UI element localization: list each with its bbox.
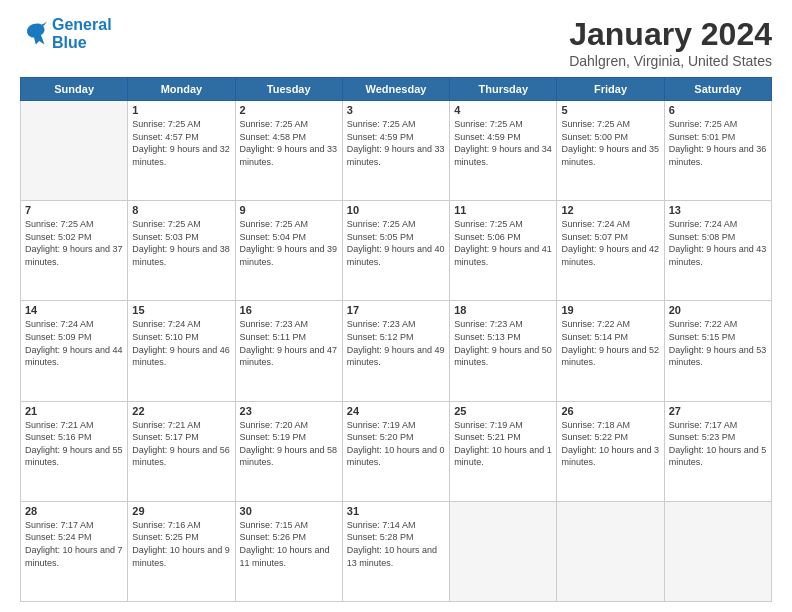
logo-text: General Blue <box>52 16 112 51</box>
day-info: Sunrise: 7:24 AMSunset: 5:10 PMDaylight:… <box>132 318 230 368</box>
calendar-cell: 22Sunrise: 7:21 AMSunset: 5:17 PMDayligh… <box>128 401 235 501</box>
day-number: 19 <box>561 304 659 316</box>
calendar-table: SundayMondayTuesdayWednesdayThursdayFrid… <box>20 77 772 602</box>
day-info: Sunrise: 7:18 AMSunset: 5:22 PMDaylight:… <box>561 419 659 469</box>
day-number: 9 <box>240 204 338 216</box>
day-number: 29 <box>132 505 230 517</box>
day-number: 16 <box>240 304 338 316</box>
day-number: 26 <box>561 405 659 417</box>
calendar-cell: 18Sunrise: 7:23 AMSunset: 5:13 PMDayligh… <box>450 301 557 401</box>
main-title: January 2024 <box>569 16 772 53</box>
day-info: Sunrise: 7:17 AMSunset: 5:24 PMDaylight:… <box>25 519 123 569</box>
calendar-cell: 26Sunrise: 7:18 AMSunset: 5:22 PMDayligh… <box>557 401 664 501</box>
day-number: 22 <box>132 405 230 417</box>
calendar-cell: 17Sunrise: 7:23 AMSunset: 5:12 PMDayligh… <box>342 301 449 401</box>
day-number: 30 <box>240 505 338 517</box>
subtitle: Dahlgren, Virginia, United States <box>569 53 772 69</box>
day-number: 2 <box>240 104 338 116</box>
day-header-saturday: Saturday <box>664 78 771 101</box>
day-number: 23 <box>240 405 338 417</box>
day-number: 3 <box>347 104 445 116</box>
calendar-cell: 23Sunrise: 7:20 AMSunset: 5:19 PMDayligh… <box>235 401 342 501</box>
day-number: 18 <box>454 304 552 316</box>
day-info: Sunrise: 7:23 AMSunset: 5:12 PMDaylight:… <box>347 318 445 368</box>
calendar-cell: 10Sunrise: 7:25 AMSunset: 5:05 PMDayligh… <box>342 201 449 301</box>
day-number: 13 <box>669 204 767 216</box>
calendar-week-4: 21Sunrise: 7:21 AMSunset: 5:16 PMDayligh… <box>21 401 772 501</box>
day-number: 17 <box>347 304 445 316</box>
calendar-cell: 29Sunrise: 7:16 AMSunset: 5:25 PMDayligh… <box>128 501 235 601</box>
calendar-week-2: 7Sunrise: 7:25 AMSunset: 5:02 PMDaylight… <box>21 201 772 301</box>
calendar-cell: 8Sunrise: 7:25 AMSunset: 5:03 PMDaylight… <box>128 201 235 301</box>
day-header-wednesday: Wednesday <box>342 78 449 101</box>
day-info: Sunrise: 7:25 AMSunset: 4:59 PMDaylight:… <box>347 118 445 168</box>
day-info: Sunrise: 7:23 AMSunset: 5:13 PMDaylight:… <box>454 318 552 368</box>
day-number: 6 <box>669 104 767 116</box>
day-header-thursday: Thursday <box>450 78 557 101</box>
day-info: Sunrise: 7:25 AMSunset: 4:57 PMDaylight:… <box>132 118 230 168</box>
calendar-cell: 16Sunrise: 7:23 AMSunset: 5:11 PMDayligh… <box>235 301 342 401</box>
day-info: Sunrise: 7:16 AMSunset: 5:25 PMDaylight:… <box>132 519 230 569</box>
day-number: 12 <box>561 204 659 216</box>
day-info: Sunrise: 7:25 AMSunset: 5:04 PMDaylight:… <box>240 218 338 268</box>
page: General Blue January 2024 Dahlgren, Virg… <box>0 0 792 612</box>
day-info: Sunrise: 7:24 AMSunset: 5:09 PMDaylight:… <box>25 318 123 368</box>
day-info: Sunrise: 7:22 AMSunset: 5:15 PMDaylight:… <box>669 318 767 368</box>
calendar-cell: 9Sunrise: 7:25 AMSunset: 5:04 PMDaylight… <box>235 201 342 301</box>
calendar-cell: 31Sunrise: 7:14 AMSunset: 5:28 PMDayligh… <box>342 501 449 601</box>
day-info: Sunrise: 7:25 AMSunset: 5:05 PMDaylight:… <box>347 218 445 268</box>
day-number: 10 <box>347 204 445 216</box>
calendar-cell: 24Sunrise: 7:19 AMSunset: 5:20 PMDayligh… <box>342 401 449 501</box>
day-number: 15 <box>132 304 230 316</box>
calendar-cell: 20Sunrise: 7:22 AMSunset: 5:15 PMDayligh… <box>664 301 771 401</box>
calendar-cell: 5Sunrise: 7:25 AMSunset: 5:00 PMDaylight… <box>557 101 664 201</box>
day-header-tuesday: Tuesday <box>235 78 342 101</box>
calendar-cell <box>557 501 664 601</box>
calendar-cell: 15Sunrise: 7:24 AMSunset: 5:10 PMDayligh… <box>128 301 235 401</box>
day-number: 21 <box>25 405 123 417</box>
calendar-cell: 6Sunrise: 7:25 AMSunset: 5:01 PMDaylight… <box>664 101 771 201</box>
calendar-cell: 7Sunrise: 7:25 AMSunset: 5:02 PMDaylight… <box>21 201 128 301</box>
calendar-cell: 4Sunrise: 7:25 AMSunset: 4:59 PMDaylight… <box>450 101 557 201</box>
calendar-cell: 25Sunrise: 7:19 AMSunset: 5:21 PMDayligh… <box>450 401 557 501</box>
day-info: Sunrise: 7:15 AMSunset: 5:26 PMDaylight:… <box>240 519 338 569</box>
day-number: 25 <box>454 405 552 417</box>
day-number: 7 <box>25 204 123 216</box>
day-info: Sunrise: 7:25 AMSunset: 5:02 PMDaylight:… <box>25 218 123 268</box>
day-header-friday: Friday <box>557 78 664 101</box>
day-info: Sunrise: 7:21 AMSunset: 5:17 PMDaylight:… <box>132 419 230 469</box>
day-info: Sunrise: 7:25 AMSunset: 5:00 PMDaylight:… <box>561 118 659 168</box>
day-info: Sunrise: 7:19 AMSunset: 5:21 PMDaylight:… <box>454 419 552 469</box>
day-header-sunday: Sunday <box>21 78 128 101</box>
day-info: Sunrise: 7:23 AMSunset: 5:11 PMDaylight:… <box>240 318 338 368</box>
day-header-monday: Monday <box>128 78 235 101</box>
calendar-cell: 21Sunrise: 7:21 AMSunset: 5:16 PMDayligh… <box>21 401 128 501</box>
calendar-week-3: 14Sunrise: 7:24 AMSunset: 5:09 PMDayligh… <box>21 301 772 401</box>
day-info: Sunrise: 7:17 AMSunset: 5:23 PMDaylight:… <box>669 419 767 469</box>
day-number: 28 <box>25 505 123 517</box>
day-number: 11 <box>454 204 552 216</box>
day-number: 14 <box>25 304 123 316</box>
calendar-cell <box>21 101 128 201</box>
calendar-cell <box>664 501 771 601</box>
day-number: 31 <box>347 505 445 517</box>
calendar-cell: 13Sunrise: 7:24 AMSunset: 5:08 PMDayligh… <box>664 201 771 301</box>
calendar-cell: 11Sunrise: 7:25 AMSunset: 5:06 PMDayligh… <box>450 201 557 301</box>
day-number: 8 <box>132 204 230 216</box>
calendar-cell: 1Sunrise: 7:25 AMSunset: 4:57 PMDaylight… <box>128 101 235 201</box>
day-info: Sunrise: 7:14 AMSunset: 5:28 PMDaylight:… <box>347 519 445 569</box>
calendar-week-1: 1Sunrise: 7:25 AMSunset: 4:57 PMDaylight… <box>21 101 772 201</box>
logo-icon <box>20 20 48 48</box>
day-info: Sunrise: 7:21 AMSunset: 5:16 PMDaylight:… <box>25 419 123 469</box>
day-info: Sunrise: 7:25 AMSunset: 4:59 PMDaylight:… <box>454 118 552 168</box>
calendar-header-row: SundayMondayTuesdayWednesdayThursdayFrid… <box>21 78 772 101</box>
day-info: Sunrise: 7:22 AMSunset: 5:14 PMDaylight:… <box>561 318 659 368</box>
day-info: Sunrise: 7:19 AMSunset: 5:20 PMDaylight:… <box>347 419 445 469</box>
title-area: January 2024 Dahlgren, Virginia, United … <box>569 16 772 69</box>
calendar-cell: 30Sunrise: 7:15 AMSunset: 5:26 PMDayligh… <box>235 501 342 601</box>
calendar-week-5: 28Sunrise: 7:17 AMSunset: 5:24 PMDayligh… <box>21 501 772 601</box>
calendar-cell: 3Sunrise: 7:25 AMSunset: 4:59 PMDaylight… <box>342 101 449 201</box>
day-info: Sunrise: 7:24 AMSunset: 5:08 PMDaylight:… <box>669 218 767 268</box>
day-info: Sunrise: 7:25 AMSunset: 5:06 PMDaylight:… <box>454 218 552 268</box>
calendar-cell <box>450 501 557 601</box>
